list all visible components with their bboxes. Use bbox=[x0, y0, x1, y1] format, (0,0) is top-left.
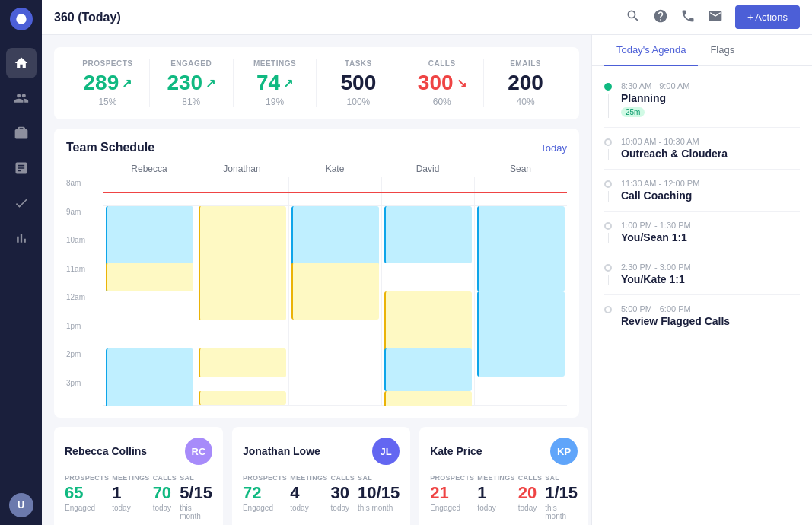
email-icon[interactable] bbox=[708, 8, 723, 27]
schedule-period[interactable]: Today bbox=[540, 142, 567, 154]
stat-meetings: Meetings 74 ↗ 19% bbox=[234, 59, 317, 107]
agenda-time-3: 11:30 AM - 12:00 PM bbox=[621, 179, 699, 188]
agenda-content-3: 11:30 AM - 12:00 PM Call Coaching bbox=[621, 179, 699, 202]
agenda-dot-col-3 bbox=[604, 179, 612, 202]
stat-tasks: Tasks 500 100% bbox=[317, 59, 400, 107]
time-11am: 11am bbox=[66, 263, 103, 292]
jonathan-stat-calls: Calls 30 today bbox=[331, 474, 355, 512]
content-area: Prospects 289 ↗ 15% Engaged 230 ↗ 81% bbox=[42, 35, 812, 525]
sidebar-item-chart[interactable] bbox=[6, 153, 37, 183]
person-card-jonathan: Jonathan Lowe JL Prospects 72 Engaged Me… bbox=[232, 427, 410, 525]
svg-point-0 bbox=[16, 14, 26, 24]
stat-meetings-percent: 19% bbox=[243, 97, 307, 107]
user-avatar[interactable]: U bbox=[9, 493, 33, 517]
agenda-event-5: You/Kate 1:1 bbox=[621, 273, 691, 285]
rebecca-event-3 bbox=[106, 348, 193, 406]
main-area: 360 (Today) + Actions Prospects bbox=[42, 0, 812, 525]
agenda-event-1: Planning bbox=[621, 92, 690, 104]
agenda-line-1 bbox=[608, 94, 609, 118]
agenda-dot-4 bbox=[604, 222, 612, 230]
cal-name-kate: Kate bbox=[288, 164, 381, 174]
david-event-1 bbox=[384, 206, 472, 263]
stat-engaged: Engaged 230 ↗ 81% bbox=[150, 59, 234, 107]
stat-tasks-label: Tasks bbox=[326, 59, 390, 68]
person-header-jonathan: Jonathan Lowe JL bbox=[243, 438, 400, 465]
agenda-content-4: 1:00 PM - 1:30 PM You/Sean 1:1 bbox=[621, 221, 691, 243]
schedule-card: Team Schedule Today Rebecca Jonathan Kat… bbox=[54, 129, 579, 418]
cal-name-rebecca: Rebecca bbox=[103, 164, 196, 174]
phone-icon[interactable] bbox=[680, 8, 696, 27]
agenda-event-4: You/Sean 1:1 bbox=[621, 231, 691, 243]
cal-name-david: David bbox=[381, 164, 474, 174]
rebecca-stat-prospects: Prospects 65 Engaged bbox=[65, 474, 109, 520]
sean-event-1 bbox=[477, 206, 565, 291]
david-event-4 bbox=[384, 391, 472, 406]
sidebar-bottom: U bbox=[9, 493, 33, 517]
stat-tasks-percent: 100% bbox=[326, 97, 390, 107]
sidebar-item-people[interactable] bbox=[6, 83, 37, 113]
engaged-trend-icon: ↗ bbox=[205, 76, 215, 91]
agenda-content-1: 8:30 AM - 9:00 AM Planning 25m bbox=[621, 81, 690, 118]
search-icon[interactable] bbox=[626, 8, 641, 27]
person-card-kate: Kate Price KP Prospects 21 Engaged Meeti… bbox=[419, 427, 588, 525]
stat-calls-value: 300 ↘ bbox=[409, 71, 474, 95]
agenda-dot-col-1 bbox=[604, 81, 612, 118]
tab-todays-agenda[interactable]: Today's Agenda bbox=[604, 35, 698, 66]
agenda-time-6: 5:00 PM - 6:00 PM bbox=[621, 304, 730, 313]
app-logo[interactable] bbox=[10, 8, 33, 30]
stat-emails-label: Emails bbox=[493, 59, 558, 68]
agenda-item-5: 2:30 PM - 3:00 PM You/Kate 1:1 bbox=[604, 253, 800, 295]
kate-stat-prospects: Prospects 21 Engaged bbox=[430, 474, 474, 520]
person-name-rebecca: Rebecca Collins bbox=[65, 445, 147, 457]
kate-stat-meetings: Meetings 1 today bbox=[477, 474, 514, 520]
rebecca-stat-meetings: Meetings 1 today bbox=[112, 474, 149, 520]
stat-engaged-label: Engaged bbox=[159, 59, 224, 68]
kate-event-2 bbox=[291, 262, 379, 320]
schedule-header: Team Schedule Today bbox=[66, 141, 567, 154]
agenda-time-5: 2:30 PM - 3:00 PM bbox=[621, 262, 691, 272]
cal-col-rebecca bbox=[103, 177, 196, 406]
jonathan-stat-meetings: Meetings 4 today bbox=[290, 474, 327, 512]
time-12am: 12am bbox=[66, 291, 103, 320]
rebecca-stat-sal: Sal 5/15 this month bbox=[180, 474, 212, 520]
stats-card: Prospects 289 ↗ 15% Engaged 230 ↗ 81% bbox=[54, 47, 579, 119]
page-title: 360 (Today) bbox=[54, 11, 626, 24]
sidebar-item-check[interactable] bbox=[6, 188, 37, 218]
person-avatar-kate: KP bbox=[550, 438, 578, 465]
agenda-item-4: 1:00 PM - 1:30 PM You/Sean 1:1 bbox=[604, 212, 800, 253]
agenda-item-1: 8:30 AM - 9:00 AM Planning 25m bbox=[604, 72, 800, 128]
agenda-content-2: 10:00 AM - 10:30 AM Outreach & Cloudera bbox=[621, 137, 728, 160]
person-stats-jonathan: Prospects 72 Engaged Meetings 4 today Ca… bbox=[243, 474, 400, 512]
help-icon[interactable] bbox=[653, 8, 668, 27]
agenda-item-3: 11:30 AM - 12:00 PM Call Coaching bbox=[604, 170, 800, 212]
calendar-names: Rebecca Jonathan Kate David Sean bbox=[66, 164, 567, 174]
tab-flags[interactable]: Flags bbox=[698, 35, 747, 66]
stat-emails-percent: 40% bbox=[493, 97, 558, 107]
stat-emails: Emails 200 40% bbox=[484, 59, 567, 107]
david-event-3 bbox=[384, 348, 472, 391]
current-time-line bbox=[103, 192, 567, 193]
person-name-kate: Kate Price bbox=[430, 445, 482, 457]
topbar-icons bbox=[626, 8, 723, 27]
agenda-line-2 bbox=[608, 149, 609, 160]
agenda-dot-2 bbox=[604, 138, 612, 146]
jonathan-event-1 bbox=[199, 206, 286, 320]
calendar-container: Rebecca Jonathan Kate David Sean 8am 9am… bbox=[66, 164, 567, 406]
actions-button[interactable]: + Actions bbox=[735, 5, 800, 29]
cal-col-sean bbox=[474, 177, 567, 406]
time-1pm: 1pm bbox=[66, 320, 103, 349]
stat-engaged-percent: 81% bbox=[159, 97, 224, 107]
stat-emails-value: 200 bbox=[493, 71, 558, 95]
cal-col-david bbox=[381, 177, 474, 406]
agenda-line-4 bbox=[608, 233, 609, 243]
agenda-dot-col-5 bbox=[604, 262, 612, 285]
sidebar-item-briefcase[interactable] bbox=[6, 118, 37, 148]
agenda-tabs: Today's Agenda Flags bbox=[592, 35, 812, 66]
sidebar-item-home[interactable] bbox=[6, 48, 37, 78]
stat-meetings-value: 74 ↗ bbox=[243, 71, 307, 95]
stat-prospects: Prospects 289 ↗ 15% bbox=[66, 59, 150, 107]
calendar-times: 8am 9am 10am 11am 12am 1pm 2pm 3pm 4pm 5… bbox=[66, 177, 103, 406]
stat-prospects-label: Prospects bbox=[75, 59, 140, 68]
sidebar: U bbox=[0, 0, 42, 525]
sidebar-item-bar-chart[interactable] bbox=[6, 223, 37, 253]
